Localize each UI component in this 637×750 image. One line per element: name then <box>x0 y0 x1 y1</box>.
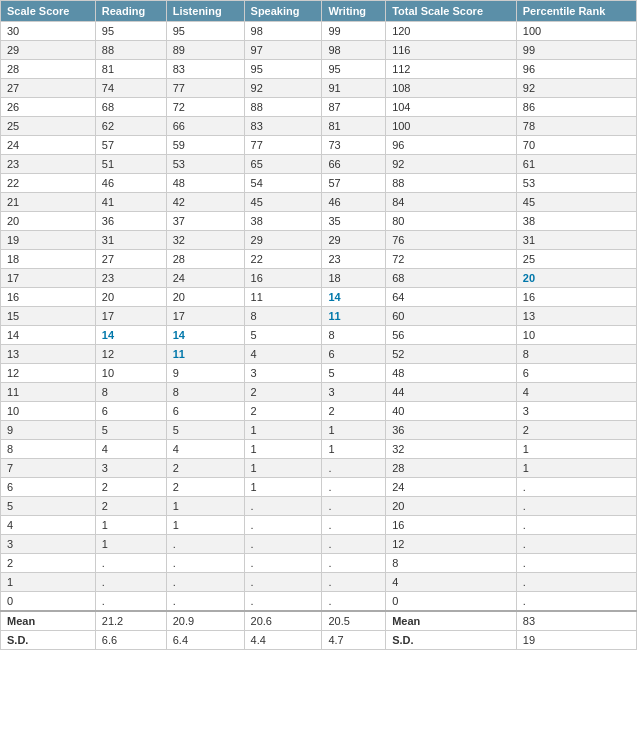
table-cell: 24 <box>1 136 96 155</box>
table-cell: 72 <box>386 250 517 269</box>
table-cell: 98 <box>244 22 322 41</box>
table-cell: 11 <box>244 288 322 307</box>
table-cell: 3 <box>516 402 636 421</box>
table-cell: 57 <box>95 136 166 155</box>
table-cell: 3 <box>244 364 322 383</box>
footer-cell: 4.4 <box>244 631 322 650</box>
table-cell: 8 <box>95 383 166 402</box>
table-cell: 5 <box>1 497 96 516</box>
table-row: 1210935486 <box>1 364 637 383</box>
table-cell: 95 <box>166 22 244 41</box>
footer-row: Mean21.220.920.620.5Mean83 <box>1 611 637 631</box>
table-cell: 46 <box>322 193 386 212</box>
table-cell: 6 <box>1 478 96 497</box>
table-cell: 8 <box>166 383 244 402</box>
table-cell: 12 <box>95 345 166 364</box>
table-cell: . <box>322 497 386 516</box>
table-cell: 60 <box>386 307 517 326</box>
table-cell: 13 <box>516 307 636 326</box>
table-cell: 28 <box>1 60 96 79</box>
table-cell: 104 <box>386 98 517 117</box>
table-row: 6221.24. <box>1 478 637 497</box>
table-cell: 4 <box>244 345 322 364</box>
table-cell: 25 <box>1 117 96 136</box>
table-row: 106622403 <box>1 402 637 421</box>
table-cell: . <box>244 592 322 612</box>
table-cell: 77 <box>166 79 244 98</box>
table-row: 17232416186820 <box>1 269 637 288</box>
table-row: 1....4. <box>1 573 637 592</box>
table-cell: 4 <box>1 516 96 535</box>
footer-cell: 6.4 <box>166 631 244 650</box>
table-cell: . <box>95 592 166 612</box>
table-cell: 0 <box>1 592 96 612</box>
footer-row: S.D.6.66.44.44.7S.D.19 <box>1 631 637 650</box>
header-total-scale-score: Total Scale Score <box>386 1 517 22</box>
table-cell: 97 <box>244 41 322 60</box>
table-cell: 5 <box>166 421 244 440</box>
table-cell: 98 <box>322 41 386 60</box>
table-cell: . <box>322 573 386 592</box>
table-cell: 8 <box>1 440 96 459</box>
table-cell: 31 <box>95 231 166 250</box>
table-cell: 17 <box>1 269 96 288</box>
header-scale-score: Scale Score <box>1 1 96 22</box>
table-cell: 92 <box>386 155 517 174</box>
header-writing: Writing <box>322 1 386 22</box>
table-row: 18272822237225 <box>1 250 637 269</box>
table-cell: 99 <box>322 22 386 41</box>
table-cell: 8 <box>516 345 636 364</box>
table-cell: 40 <box>386 402 517 421</box>
table-cell: 1 <box>516 459 636 478</box>
table-cell: 62 <box>95 117 166 136</box>
table-cell: 11 <box>166 345 244 364</box>
table-row: 277477929110892 <box>1 79 637 98</box>
table-cell: . <box>322 535 386 554</box>
table-cell: 2 <box>516 421 636 440</box>
table-cell: 21 <box>1 193 96 212</box>
table-cell: 59 <box>166 136 244 155</box>
table-cell: 1 <box>166 497 244 516</box>
table-cell: 10 <box>95 364 166 383</box>
table-cell: 87 <box>322 98 386 117</box>
table-cell: 2 <box>95 478 166 497</box>
table-cell: 2 <box>244 383 322 402</box>
table-cell: 56 <box>386 326 517 345</box>
table-cell: 61 <box>516 155 636 174</box>
table-cell: . <box>516 554 636 573</box>
table-row: 21414245468445 <box>1 193 637 212</box>
table-cell: 1 <box>322 421 386 440</box>
table-cell: 16 <box>516 288 636 307</box>
table-cell: 11 <box>1 383 96 402</box>
table-cell: . <box>166 573 244 592</box>
table-cell: . <box>516 592 636 612</box>
table-cell: 16 <box>244 269 322 288</box>
table-cell: 74 <box>95 79 166 98</box>
table-cell: 36 <box>386 421 517 440</box>
table-cell: . <box>516 478 636 497</box>
table-row: 7321.281 <box>1 459 637 478</box>
table-cell: 1 <box>244 459 322 478</box>
table-row: 20363738358038 <box>1 212 637 231</box>
table-cell: 88 <box>95 41 166 60</box>
footer-cell: 20.5 <box>322 611 386 631</box>
table-cell: 95 <box>322 60 386 79</box>
table-cell: 17 <box>95 307 166 326</box>
table-cell: 4 <box>386 573 517 592</box>
footer-cell: 6.6 <box>95 631 166 650</box>
table-cell: 20 <box>1 212 96 231</box>
table-cell: 14 <box>95 326 166 345</box>
table-row: 16202011146416 <box>1 288 637 307</box>
table-cell: 3 <box>322 383 386 402</box>
table-cell: 27 <box>95 250 166 269</box>
table-cell: 100 <box>386 117 517 136</box>
table-cell: 1 <box>322 440 386 459</box>
table-row: 13121146528 <box>1 345 637 364</box>
table-cell: 81 <box>322 117 386 136</box>
table-cell: . <box>244 535 322 554</box>
table-row: 84411321 <box>1 440 637 459</box>
table-cell: 46 <box>95 174 166 193</box>
header-speaking: Speaking <box>244 1 322 22</box>
table-cell: 66 <box>166 117 244 136</box>
table-cell: . <box>516 497 636 516</box>
